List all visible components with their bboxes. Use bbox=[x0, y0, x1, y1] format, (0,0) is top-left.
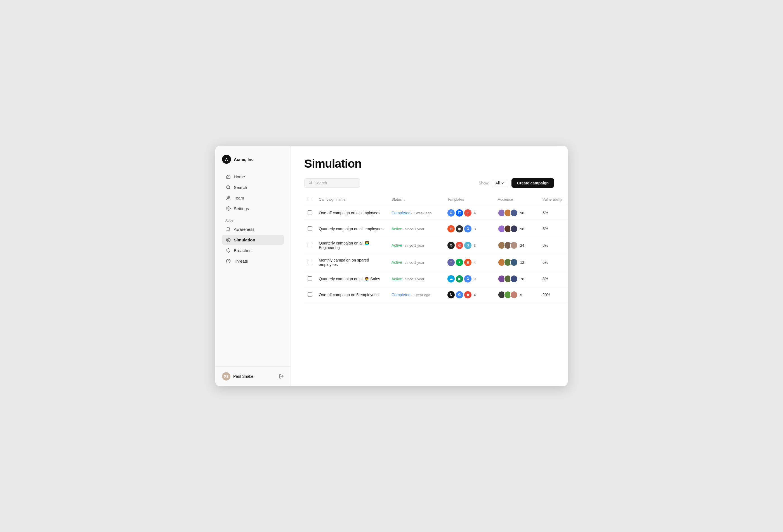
svg-point-2 bbox=[227, 196, 228, 198]
audience-count: 78 bbox=[520, 277, 524, 281]
vulnerability-value: 5% bbox=[542, 260, 548, 265]
table-row[interactable]: Quarterly campaign on all 🧑‍💻 Engineerin… bbox=[304, 237, 568, 254]
campaign-audience: 5 bbox=[494, 287, 539, 303]
row-checkbox[interactable] bbox=[308, 243, 312, 247]
campaign-status: Active· since 1 year bbox=[388, 237, 444, 254]
template-icon: ⊙ bbox=[447, 242, 455, 249]
show-select[interactable]: All bbox=[492, 179, 508, 187]
nav-list: Home Search Team bbox=[222, 172, 284, 213]
template-icon: G bbox=[464, 275, 471, 282]
campaign-status: Active· since 1 year bbox=[388, 221, 444, 237]
sidebar: A Acme, Inc Home Search bbox=[215, 146, 291, 386]
logout-button[interactable] bbox=[279, 374, 284, 379]
settings-label: Settings bbox=[234, 206, 249, 211]
search-box[interactable] bbox=[304, 178, 360, 188]
table-body: One-off campaign on all employeesComplet… bbox=[304, 205, 568, 303]
template-count: 4 bbox=[474, 260, 476, 265]
audience-avatars: 12 bbox=[498, 259, 536, 266]
table-row[interactable]: One-off campaign on all employeesComplet… bbox=[304, 205, 568, 221]
row-checkbox[interactable] bbox=[308, 260, 312, 264]
status-since: · 1 year ago bbox=[411, 293, 430, 297]
status-badge: Active bbox=[392, 277, 402, 281]
campaign-name: Quarterly campaign on all employees bbox=[315, 221, 388, 237]
template-icon: + bbox=[464, 209, 471, 217]
row-checkbox[interactable] bbox=[308, 226, 312, 231]
org-avatar: A bbox=[222, 155, 231, 164]
search-label: Search bbox=[234, 185, 247, 190]
svg-point-6 bbox=[227, 239, 229, 240]
row-checkbox[interactable] bbox=[308, 210, 312, 215]
table-row[interactable]: Quarterly campaign on all employeesActiv… bbox=[304, 221, 568, 237]
audience-count: 5 bbox=[520, 293, 522, 297]
org-row[interactable]: A Acme, Inc bbox=[222, 155, 284, 164]
row-checkbox[interactable] bbox=[308, 292, 312, 297]
sidebar-item-breaches[interactable]: Breaches bbox=[222, 245, 284, 255]
table-header: Campaign name Status ↓ Templates Audienc… bbox=[304, 195, 568, 205]
template-icon: G bbox=[456, 291, 463, 298]
show-label: Show bbox=[479, 181, 489, 185]
col-header-status[interactable]: Status ↓ bbox=[388, 195, 444, 205]
settings-icon bbox=[225, 206, 231, 211]
campaign-audience: 98 bbox=[494, 205, 539, 221]
create-campaign-button[interactable]: Create campaign bbox=[511, 178, 554, 188]
col-header-vulnerability: Vulnerability bbox=[539, 195, 568, 205]
status-badge: Completed bbox=[392, 293, 410, 297]
template-icon: G bbox=[447, 209, 455, 217]
audience-avatar bbox=[510, 259, 518, 266]
template-count: 4 bbox=[474, 293, 476, 297]
status-badge: Active bbox=[392, 227, 402, 231]
table-row[interactable]: Monthly campaign on spared employeesActi… bbox=[304, 254, 568, 271]
status-since: · since 1 year bbox=[403, 227, 424, 231]
campaign-status: Active· since 1 year bbox=[388, 254, 444, 271]
table-row[interactable]: Quarterly campaign on all 🧑‍💼 SalesActiv… bbox=[304, 271, 568, 287]
search-icon bbox=[225, 185, 231, 190]
campaign-templates: ☁▶G9 bbox=[444, 271, 494, 287]
awareness-icon bbox=[225, 226, 231, 232]
campaign-vulnerability: 20% bbox=[539, 287, 568, 303]
template-icon: S bbox=[464, 242, 471, 249]
campaign-templates: G❐+4 bbox=[444, 205, 494, 221]
sidebar-item-simulation[interactable]: Simulation bbox=[222, 235, 284, 245]
team-icon bbox=[225, 195, 231, 201]
audience-avatars: 5 bbox=[498, 291, 536, 299]
sidebar-item-search[interactable]: Search bbox=[222, 182, 284, 192]
simulation-icon bbox=[225, 237, 231, 242]
campaign-templates: ⊙◎S3 bbox=[444, 237, 494, 254]
threats-label: Threats bbox=[234, 259, 248, 264]
sidebar-item-awareness[interactable]: Awareness bbox=[222, 224, 284, 234]
sidebar-item-home[interactable]: Home bbox=[222, 172, 284, 181]
home-icon bbox=[225, 174, 231, 179]
col-header-name: Campaign name bbox=[315, 195, 388, 205]
audience-avatar bbox=[510, 275, 518, 283]
audience-avatars: 78 bbox=[498, 275, 536, 283]
search-input[interactable] bbox=[315, 181, 356, 185]
template-icons: ⊞◉G8 bbox=[447, 225, 491, 232]
campaign-vulnerability: 5% bbox=[539, 205, 568, 221]
sidebar-top: A Acme, Inc Home Search bbox=[215, 146, 290, 272]
vulnerability-value: 5% bbox=[542, 227, 548, 231]
audience-count: 12 bbox=[520, 260, 524, 265]
template-icons: NG◉4 bbox=[447, 291, 491, 298]
sidebar-item-threats[interactable]: Threats bbox=[222, 256, 284, 266]
vulnerability-value: 8% bbox=[542, 243, 548, 247]
table-row[interactable]: One-off campaign on 5 employeesCompleted… bbox=[304, 287, 568, 303]
breaches-icon bbox=[225, 247, 231, 253]
sidebar-item-team[interactable]: Team bbox=[222, 193, 284, 203]
vulnerability-value: 5% bbox=[542, 211, 548, 215]
audience-avatar bbox=[510, 209, 518, 217]
campaign-vulnerability: 5% bbox=[539, 254, 568, 271]
row-checkbox[interactable] bbox=[308, 276, 312, 281]
template-icon: ❐ bbox=[456, 209, 463, 217]
template-icon: ⊞ bbox=[447, 225, 455, 232]
user-row: PS Paul Snake bbox=[222, 372, 253, 380]
campaign-audience: 98 bbox=[494, 221, 539, 237]
sort-icon: ↓ bbox=[404, 198, 406, 201]
sidebar-item-settings[interactable]: Settings bbox=[222, 203, 284, 213]
campaign-status: Completed· 1 year ago bbox=[388, 287, 444, 303]
col-header-audience: Audience bbox=[494, 195, 539, 205]
campaign-templates: ⊞◉G8 bbox=[444, 221, 494, 237]
status-badge: Active bbox=[392, 243, 402, 247]
template-icon: G bbox=[464, 225, 471, 232]
app-window: A Acme, Inc Home Search bbox=[215, 146, 568, 386]
select-all-checkbox[interactable] bbox=[308, 197, 312, 201]
